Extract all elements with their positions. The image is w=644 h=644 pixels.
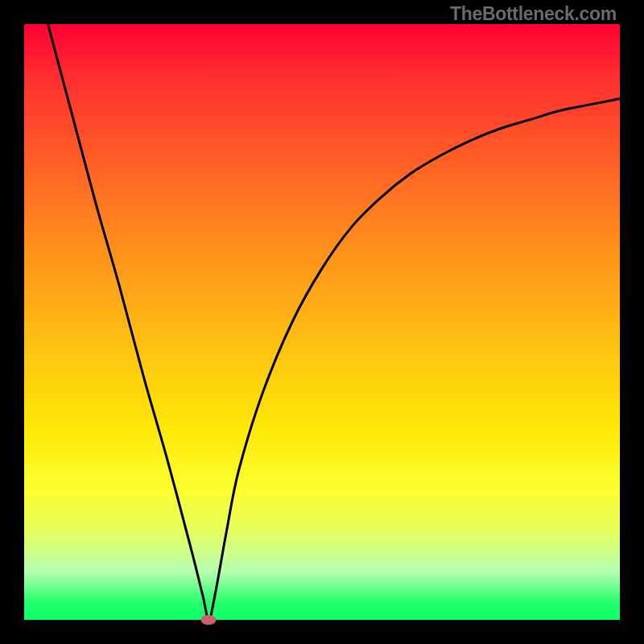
bottleneck-curve bbox=[24, 24, 620, 620]
vertex-marker bbox=[201, 615, 217, 625]
watermark-text: TheBottleneck.com bbox=[450, 3, 617, 25]
chart-frame: TheBottleneck.com bbox=[0, 0, 644, 644]
plot-area bbox=[24, 24, 620, 620]
